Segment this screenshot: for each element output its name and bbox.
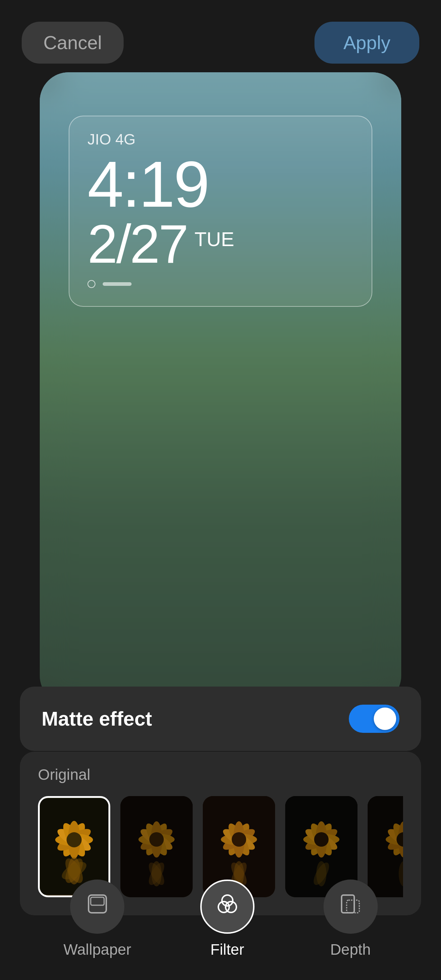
bottom-nav: Wallpaper Filter Depth <box>0 880 441 958</box>
time-display: 4:19 <box>88 152 353 217</box>
nav-label-wallpaper: Wallpaper <box>63 941 131 958</box>
nav-item-wallpaper[interactable]: Wallpaper <box>63 880 131 958</box>
svg-rect-73 <box>347 900 359 913</box>
filter-icon <box>215 891 240 922</box>
lock-bar <box>103 282 132 286</box>
lock-info: JIO 4G 4:19 2/27 TUE <box>68 116 372 307</box>
nav-label-filter: Filter <box>210 941 244 958</box>
matte-panel: Matte effect <box>20 687 421 751</box>
date-row: 2/27 TUE <box>88 217 353 271</box>
nav-icon-wrap-wallpaper <box>70 880 124 934</box>
svg-rect-68 <box>91 897 104 905</box>
svg-point-69 <box>222 895 233 906</box>
wallpaper-icon <box>86 892 109 921</box>
depth-icon <box>339 892 362 921</box>
matte-label: Matte effect <box>41 707 152 730</box>
cancel-button[interactable]: Cancel <box>22 22 124 64</box>
nav-item-depth[interactable]: Depth <box>323 880 378 958</box>
nav-icon-wrap-filter <box>200 880 255 934</box>
toggle-knob <box>374 708 396 730</box>
carrier-text: JIO 4G <box>88 131 353 148</box>
svg-rect-72 <box>342 895 354 913</box>
apply-button[interactable]: Apply <box>314 22 419 64</box>
matte-toggle[interactable] <box>349 705 400 733</box>
nav-label-depth: Depth <box>330 941 371 958</box>
svg-point-71 <box>226 902 236 912</box>
svg-point-9 <box>67 832 82 847</box>
phone-preview: JIO 4G 4:19 2/27 TUE <box>40 72 401 705</box>
top-bar: Cancel Apply <box>0 22 441 64</box>
filter-strip-label: Original <box>38 766 403 783</box>
lock-icons <box>88 280 353 288</box>
nav-icon-wrap-depth <box>323 880 378 934</box>
lock-dot <box>88 280 96 288</box>
date-display: 2/27 <box>88 217 187 271</box>
nav-item-filter[interactable]: Filter <box>200 880 255 958</box>
day-display: TUE <box>194 228 234 251</box>
